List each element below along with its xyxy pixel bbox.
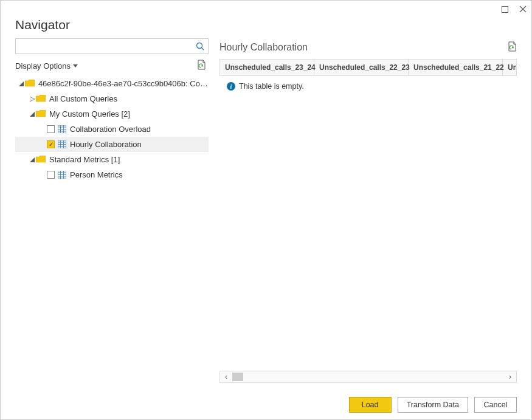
table-icon <box>58 125 66 133</box>
column-headers: Unscheduled_calls_23_24 Unscheduled_call… <box>219 59 517 76</box>
tree-node-label: Standard Metrics [1] <box>49 155 120 164</box>
folder-icon <box>36 95 46 103</box>
horizontal-scrollbar[interactable]: ‹ › <box>219 371 517 383</box>
tree-all-custom-node[interactable]: All Custom Queries <box>15 91 209 106</box>
svg-marker-8 <box>30 97 35 102</box>
expander-icon[interactable] <box>29 112 36 117</box>
svg-marker-7 <box>19 81 24 86</box>
svg-marker-9 <box>30 112 35 117</box>
column-header[interactable]: Unscheduled_calls_20_21 <box>503 60 517 75</box>
scroll-thumb[interactable] <box>232 373 243 381</box>
checkbox[interactable] <box>47 171 55 179</box>
refresh-page-icon[interactable] <box>197 60 206 72</box>
svg-line-4 <box>201 47 204 50</box>
svg-point-3 <box>197 43 202 49</box>
empty-message-text: This table is empty. <box>239 82 304 91</box>
tree-standard-node[interactable]: Standard Metrics [1] <box>15 152 209 167</box>
tree-root-node[interactable]: 46e86c2f-90be-46e3-ae70-c53cc9b0406b: Co… <box>15 76 209 91</box>
svg-rect-0 <box>502 6 508 12</box>
table-icon <box>58 140 66 148</box>
nav-tree: 46e86c2f-90be-46e3-ae70-c53cc9b0406b: Co… <box>15 76 209 390</box>
scroll-right-icon[interactable]: › <box>504 371 516 382</box>
refresh-preview-icon[interactable] <box>508 41 517 54</box>
tree-node-label: Person Metrics <box>70 170 123 179</box>
tree-node-label: My Custom Queries [2] <box>49 109 130 119</box>
svg-marker-22 <box>30 157 35 162</box>
display-options-dropdown[interactable]: Display Options <box>15 61 78 71</box>
column-header[interactable]: Unscheduled_calls_21_22 <box>409 60 503 75</box>
expander-icon[interactable] <box>29 157 36 162</box>
dialog-header: Navigator <box>1 18 531 38</box>
chevron-down-icon <box>73 64 78 67</box>
dialog-footer: Load Transform Data Cancel <box>1 390 531 419</box>
maximize-icon[interactable] <box>502 6 508 13</box>
svg-marker-29 <box>512 47 514 49</box>
tree-hourly-collab-node[interactable]: Hourly Collaboration <box>15 137 209 152</box>
folder-icon <box>36 110 46 118</box>
checkbox[interactable] <box>47 140 55 148</box>
empty-message-row: i This table is empty. <box>219 76 517 97</box>
svg-marker-5 <box>73 64 78 67</box>
tree-person-metrics-node[interactable]: Person Metrics <box>15 167 209 182</box>
tree-node-label: All Custom Queries <box>49 94 117 103</box>
tree-node-label: Hourly Collaboration <box>70 140 142 149</box>
column-header[interactable]: Unscheduled_calls_23_24 <box>220 60 314 75</box>
expander-icon[interactable] <box>29 97 36 102</box>
tree-root-label: 46e86c2f-90be-46e3-ae70-c53cc9b0406b: Co… <box>38 79 209 88</box>
titlebar <box>1 1 531 18</box>
navigator-window: Navigator Display Options <box>0 0 532 420</box>
close-icon[interactable] <box>519 5 527 13</box>
folder-icon <box>36 156 46 164</box>
column-header[interactable]: Unscheduled_calls_22_23 <box>314 60 409 75</box>
search-box[interactable] <box>15 38 209 54</box>
search-input[interactable] <box>16 42 192 51</box>
preview-pane: Hourly Collaboration Unscheduled_calls_2… <box>209 38 531 390</box>
table-icon <box>58 171 66 179</box>
cancel-button[interactable]: Cancel <box>474 397 517 413</box>
tree-collab-overload-node[interactable]: Collaboration Overload <box>15 122 209 137</box>
preview-title: Hourly Collaboration <box>219 42 308 53</box>
search-icon[interactable] <box>192 39 208 53</box>
scroll-left-icon[interactable]: ‹ <box>220 371 232 382</box>
display-options-row: Display Options <box>15 58 209 74</box>
tree-my-custom-node[interactable]: My Custom Queries [2] <box>15 106 209 122</box>
info-icon: i <box>227 82 235 91</box>
tree-node-label: Collaboration Overload <box>70 125 151 134</box>
load-button[interactable]: Load <box>349 397 392 413</box>
svg-marker-6 <box>201 65 203 67</box>
display-options-label: Display Options <box>15 61 71 71</box>
checkbox[interactable] <box>47 125 55 133</box>
transform-data-button[interactable]: Transform Data <box>398 397 468 413</box>
dialog-title: Navigator <box>15 18 517 32</box>
folder-icon <box>25 80 35 88</box>
left-pane: Display Options 46e86c2f-90be-46e3-ae70-… <box>15 38 209 390</box>
expander-icon[interactable] <box>18 81 25 86</box>
scroll-track[interactable] <box>232 371 504 382</box>
